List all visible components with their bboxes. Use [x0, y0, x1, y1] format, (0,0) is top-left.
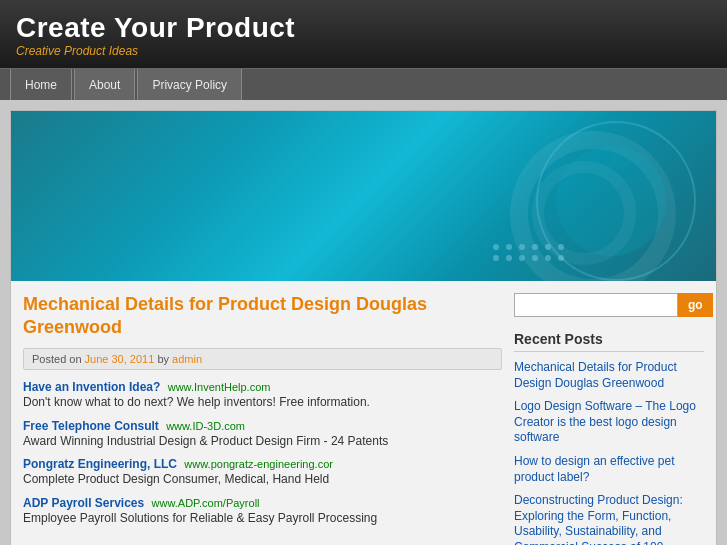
main-content: Mechanical Details for Product Design Do…	[23, 293, 502, 545]
post-title: Mechanical Details for Product Design Do…	[23, 293, 502, 340]
navigation: HomeAboutPrivacy Policy	[0, 68, 727, 100]
recent-post-item[interactable]: Mechanical Details for Product Design Do…	[514, 360, 704, 391]
ads-list: Have an Invention Idea? www.InventHelp.c…	[23, 380, 502, 527]
recent-post-item[interactable]: Logo Design Software – The Logo Creator …	[514, 399, 704, 446]
ad-desc: Award Winning Industrial Design & Produc…	[23, 434, 388, 448]
search-input[interactable]	[514, 293, 678, 317]
ad-url: www.ID-3D.com	[166, 420, 245, 432]
main-wrapper: Mechanical Details for Product Design Do…	[0, 100, 727, 545]
sidebar: go Recent Posts Mechanical Details for P…	[514, 293, 704, 545]
nav-item-about[interactable]: About	[74, 69, 135, 100]
ad-item: Free Telephone Consult www.ID-3D.comAwar…	[23, 419, 502, 450]
banner-dots	[493, 244, 566, 261]
nav-item-home[interactable]: Home	[10, 69, 72, 100]
ad-item: ADP Payroll Services www.ADP.com/Payroll…	[23, 496, 502, 527]
site-tagline: Creative Product Ideas	[16, 44, 711, 58]
ad-item: Have an Invention Idea? www.InventHelp.c…	[23, 380, 502, 411]
banner-decoration-2	[556, 146, 666, 256]
ad-title-link[interactable]: Pongratz Engineering, LLC	[23, 457, 177, 471]
ad-desc: Employee Payroll Solutions for Reliable …	[23, 511, 377, 525]
ad-item: Pongratz Engineering, LLC www.pongratz-e…	[23, 457, 502, 488]
site-header: Create Your Product Creative Product Ide…	[0, 0, 727, 68]
recent-posts-list: Mechanical Details for Product Design Do…	[514, 360, 704, 545]
post-date-link[interactable]: June 30, 2011	[85, 353, 155, 365]
search-box: go	[514, 293, 704, 317]
ad-title-link[interactable]: Free Telephone Consult	[23, 419, 159, 433]
ad-title-link[interactable]: ADP Payroll Services	[23, 496, 144, 510]
ad-url: www.pongratz-engineering.cor	[184, 458, 333, 470]
ad-desc: Don't know what to do next? We help inve…	[23, 395, 370, 409]
nav-item-privacy-policy[interactable]: Privacy Policy	[137, 69, 242, 100]
ad-desc: Complete Product Design Consumer, Medica…	[23, 472, 329, 486]
search-button[interactable]: go	[678, 293, 713, 317]
recent-post-item[interactable]: How to design an effective pet product l…	[514, 454, 704, 485]
ad-url: www.InventHelp.com	[168, 381, 271, 393]
ad-url: www.ADP.com/Payroll	[152, 497, 260, 509]
site-title: Create Your Product	[16, 12, 711, 44]
content-area: Mechanical Details for Product Design Do…	[11, 281, 716, 545]
post-author-link[interactable]: admin	[172, 353, 202, 365]
recent-post-item[interactable]: Deconstructing Product Design: Exploring…	[514, 493, 704, 545]
post-meta: Posted on June 30, 2011 by admin	[23, 348, 502, 370]
banner-decoration	[536, 121, 696, 281]
recent-posts-title: Recent Posts	[514, 331, 704, 352]
banner	[11, 111, 716, 281]
inner-wrapper: Mechanical Details for Product Design Do…	[10, 110, 717, 545]
ad-title-link[interactable]: Have an Invention Idea?	[23, 380, 160, 394]
